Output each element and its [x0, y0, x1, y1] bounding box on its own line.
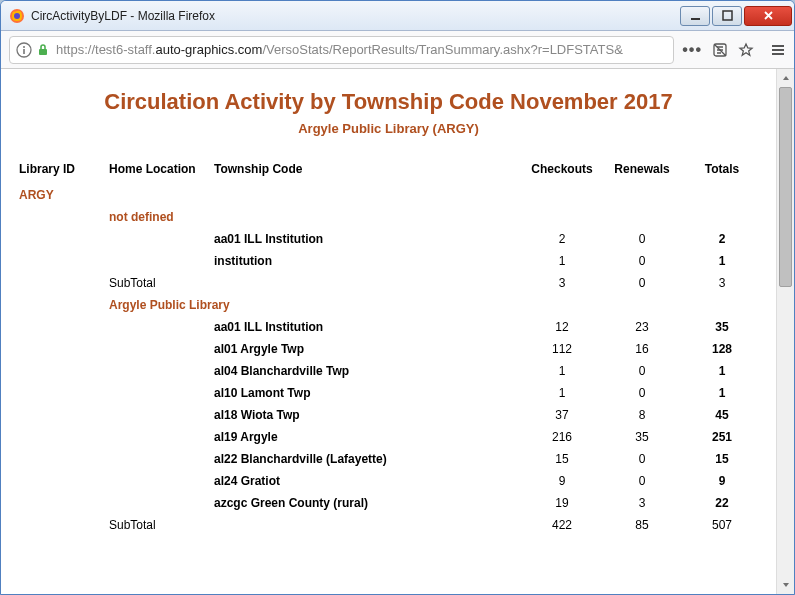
renewals-cell: 0	[602, 448, 682, 470]
info-icon[interactable]	[16, 42, 32, 58]
url-host: auto-graphics.com	[155, 42, 262, 57]
data-row: al19 Argyle 216 35 251	[15, 426, 762, 448]
totals-cell: 35	[682, 316, 762, 338]
url-input[interactable]: https://test6-staff.auto-graphics.com/Ve…	[9, 36, 674, 64]
checkouts-cell: 112	[522, 338, 602, 360]
subtotal-label: SubTotal	[105, 514, 210, 536]
checkouts-cell: 216	[522, 426, 602, 448]
checkouts-cell: 19	[522, 492, 602, 514]
renewals-cell: 35	[602, 426, 682, 448]
totals-cell: 128	[682, 338, 762, 360]
township-code-cell: azcgc Green County (rural)	[210, 492, 522, 514]
checkouts-cell: 15	[522, 448, 602, 470]
township-code-cell: al22 Blanchardville (Lafayette)	[210, 448, 522, 470]
col-renewals: Renewals	[602, 158, 682, 184]
subtotal-totals: 507	[682, 514, 762, 536]
renewals-cell: 16	[602, 338, 682, 360]
page-content: Circulation Activity by Township Code No…	[1, 69, 776, 594]
firefox-icon	[9, 8, 25, 24]
subtotal-row: SubTotal 422 85 507	[15, 514, 762, 536]
checkouts-cell: 37	[522, 404, 602, 426]
checkouts-cell: 2	[522, 228, 602, 250]
data-row: azcgc Green County (rural) 19 3 22	[15, 492, 762, 514]
col-library-id: Library ID	[15, 158, 105, 184]
totals-cell: 15	[682, 448, 762, 470]
svg-rect-3	[723, 11, 732, 20]
scroll-thumb[interactable]	[779, 87, 792, 287]
township-code-cell: aa01 ILL Institution	[210, 228, 522, 250]
home-location-cell: not defined	[105, 206, 762, 228]
renewals-cell: 0	[602, 228, 682, 250]
toolbar-icons: •••	[682, 41, 786, 59]
scroll-up-arrow[interactable]	[777, 69, 794, 87]
content-wrapper: Circulation Activity by Township Code No…	[1, 69, 794, 594]
checkouts-cell: 9	[522, 470, 602, 492]
subtotal-label: SubTotal	[105, 272, 210, 294]
window-controls	[680, 6, 792, 26]
totals-cell: 1	[682, 382, 762, 404]
subtotal-renewals: 0	[602, 272, 682, 294]
renewals-cell: 0	[602, 382, 682, 404]
totals-cell: 2	[682, 228, 762, 250]
svg-rect-6	[23, 49, 25, 54]
maximize-button[interactable]	[712, 6, 742, 26]
totals-cell: 9	[682, 470, 762, 492]
subtotal-checkouts: 3	[522, 272, 602, 294]
data-row: al18 Wiota Twp 37 8 45	[15, 404, 762, 426]
township-code-cell: al18 Wiota Twp	[210, 404, 522, 426]
home-location-row: Argyle Public Library	[15, 294, 762, 316]
township-code-cell: al01 Argyle Twp	[210, 338, 522, 360]
totals-cell: 1	[682, 360, 762, 382]
data-row: aa01 ILL Institution 12 23 35	[15, 316, 762, 338]
header-row: Library ID Home Location Township Code C…	[15, 158, 762, 184]
subtotal-checkouts: 422	[522, 514, 602, 536]
svg-point-1	[14, 13, 20, 19]
titlebar: CircActivityByLDF - Mozilla Firefox	[1, 1, 794, 31]
data-row: al24 Gratiot 9 0 9	[15, 470, 762, 492]
data-row: al01 Argyle Twp 112 16 128	[15, 338, 762, 360]
renewals-cell: 8	[602, 404, 682, 426]
home-location-row: not defined	[15, 206, 762, 228]
home-location-cell: Argyle Public Library	[105, 294, 762, 316]
scrollbar[interactable]	[776, 69, 794, 594]
totals-cell: 251	[682, 426, 762, 448]
renewals-cell: 0	[602, 470, 682, 492]
col-checkouts: Checkouts	[522, 158, 602, 184]
reader-icon[interactable]	[712, 42, 728, 58]
totals-cell: 22	[682, 492, 762, 514]
township-code-cell: al24 Gratiot	[210, 470, 522, 492]
totals-cell: 1	[682, 250, 762, 272]
lock-icon	[36, 43, 50, 57]
checkouts-cell: 1	[522, 360, 602, 382]
svg-point-5	[23, 46, 25, 48]
browser-window: CircActivityByLDF - Mozilla Firefox http…	[0, 0, 795, 595]
subtotal-totals: 3	[682, 272, 762, 294]
township-code-cell: al04 Blanchardville Twp	[210, 360, 522, 382]
url-prefix: https://test6-staff.	[56, 42, 155, 57]
renewals-cell: 3	[602, 492, 682, 514]
menu-icon[interactable]	[770, 42, 786, 58]
data-row: al22 Blanchardville (Lafayette) 15 0 15	[15, 448, 762, 470]
checkouts-cell: 1	[522, 382, 602, 404]
township-code-cell: al10 Lamont Twp	[210, 382, 522, 404]
url-path: /VersoStats/ReportResults/TranSummary.as…	[262, 42, 622, 57]
svg-rect-2	[691, 18, 700, 20]
report-subtitle: Argyle Public Library (ARGY)	[15, 121, 762, 136]
renewals-cell: 23	[602, 316, 682, 338]
col-totals: Totals	[682, 158, 762, 184]
scroll-down-arrow[interactable]	[777, 576, 794, 594]
window-title: CircActivityByLDF - Mozilla Firefox	[31, 9, 680, 23]
bookmark-icon[interactable]	[738, 42, 754, 58]
township-code-cell: institution	[210, 250, 522, 272]
svg-rect-7	[39, 49, 47, 55]
more-icon[interactable]: •••	[682, 41, 702, 59]
library-id-cell: ARGY	[15, 184, 105, 206]
checkouts-cell: 1	[522, 250, 602, 272]
renewals-cell: 0	[602, 360, 682, 382]
totals-cell: 45	[682, 404, 762, 426]
township-code-cell: al19 Argyle	[210, 426, 522, 448]
col-township-code: Township Code	[210, 158, 522, 184]
minimize-button[interactable]	[680, 6, 710, 26]
renewals-cell: 0	[602, 250, 682, 272]
close-button[interactable]	[744, 6, 792, 26]
